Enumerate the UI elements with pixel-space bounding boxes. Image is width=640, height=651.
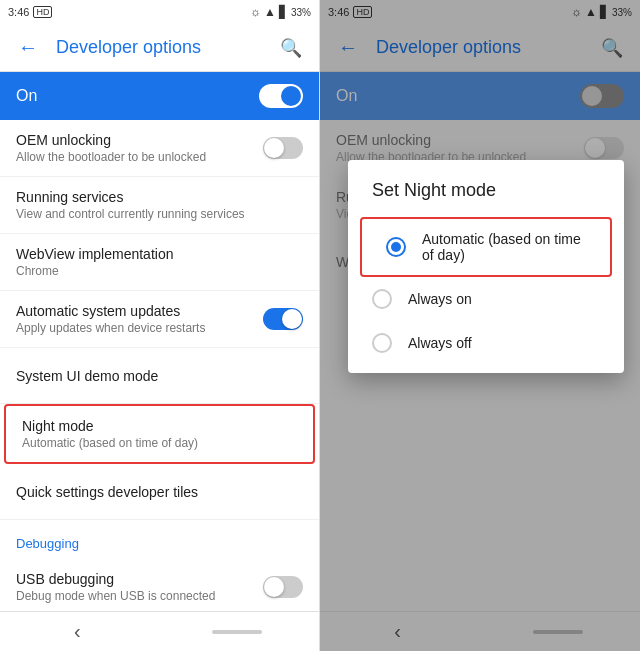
brightness-icon: ☼ xyxy=(250,5,261,19)
left-system-ui-title: System UI demo mode xyxy=(16,368,303,384)
left-home-indicator[interactable] xyxy=(212,630,262,634)
left-item-night-mode[interactable]: Night mode Automatic (based on time of d… xyxy=(4,404,315,464)
left-item-webview[interactable]: WebView implementation Chrome xyxy=(0,234,319,291)
left-night-mode-title: Night mode xyxy=(22,418,297,434)
left-nav-back-icon: ‹ xyxy=(74,620,81,643)
signal-icon: ▋ xyxy=(279,5,288,19)
dialog-option-always-off[interactable]: Always off xyxy=(348,321,624,365)
left-running-title: Running services xyxy=(16,189,303,205)
left-oem-toggle[interactable] xyxy=(263,137,303,159)
dialog-option-always-on[interactable]: Always on xyxy=(348,277,624,321)
left-nav-back-button[interactable]: ‹ xyxy=(57,617,97,647)
left-back-arrow-icon: ← xyxy=(18,36,38,59)
left-item-usb-debugging[interactable]: USB debugging Debug mode when USB is con… xyxy=(0,559,319,611)
dialog-title: Set Night mode xyxy=(348,180,624,217)
left-webview-title: WebView implementation xyxy=(16,246,303,262)
left-usb-debug-toggle[interactable] xyxy=(263,576,303,598)
dialog-option-always-off-label: Always off xyxy=(408,335,472,351)
left-item-system-ui[interactable]: System UI demo mode xyxy=(0,348,319,404)
left-oem-subtitle: Allow the bootloader to be unlocked xyxy=(16,150,263,164)
left-item-oem-unlocking[interactable]: OEM unlocking Allow the bootloader to be… xyxy=(0,120,319,177)
wifi-icon: ▲ xyxy=(264,5,276,19)
left-quick-settings-title: Quick settings developer tiles xyxy=(16,484,303,500)
left-back-button[interactable]: ← xyxy=(8,28,48,68)
left-status-bar: 3:46 HD ☼ ▲ ▋ 33% xyxy=(0,0,319,24)
dialog-option-always-on-label: Always on xyxy=(408,291,472,307)
left-on-row: On xyxy=(0,72,319,120)
left-auto-updates-toggle[interactable] xyxy=(263,308,303,330)
left-auto-updates-title: Automatic system updates xyxy=(16,303,263,319)
left-running-subtitle: View and control currently running servi… xyxy=(16,207,303,221)
left-oem-title: OEM unlocking xyxy=(16,132,263,148)
dialog-radio-always-off[interactable] xyxy=(372,333,392,353)
left-usb-debug-subtitle: Debug mode when USB is connected xyxy=(16,589,263,603)
left-search-button[interactable]: 🔍 xyxy=(271,28,311,68)
dialog-radio-automatic[interactable] xyxy=(386,237,406,257)
left-phone-panel: 3:46 HD ☼ ▲ ▋ 33% ← Developer options 🔍 … xyxy=(0,0,320,651)
left-search-icon: 🔍 xyxy=(280,37,302,59)
dialog-option-automatic[interactable]: Automatic (based on time of day) xyxy=(360,217,612,277)
right-phone-panel: 3:46 HD ☼ ▲ ▋ 33% ← Developer options 🔍 … xyxy=(320,0,640,651)
left-item-quick-settings[interactable]: Quick settings developer tiles xyxy=(0,464,319,520)
left-item-auto-updates[interactable]: Automatic system updates Apply updates w… xyxy=(0,291,319,348)
left-item-running-services[interactable]: Running services View and control curren… xyxy=(0,177,319,234)
left-bottom-nav: ‹ xyxy=(0,611,319,651)
left-section-debugging: Debugging xyxy=(0,520,319,559)
set-night-mode-dialog: Set Night mode Automatic (based on time … xyxy=(348,160,624,373)
left-webview-subtitle: Chrome xyxy=(16,264,303,278)
left-time: 3:46 xyxy=(8,6,29,18)
left-settings-list: OEM unlocking Allow the bootloader to be… xyxy=(0,120,319,611)
left-on-label: On xyxy=(16,87,37,105)
left-on-toggle[interactable] xyxy=(259,84,303,108)
left-usb-debug-title: USB debugging xyxy=(16,571,263,587)
left-app-bar: ← Developer options 🔍 xyxy=(0,24,319,72)
left-status-bar-left: 3:46 HD xyxy=(8,6,52,18)
left-hd-badge: HD xyxy=(33,6,52,18)
left-night-mode-subtitle: Automatic (based on time of day) xyxy=(22,436,297,450)
left-battery: 33% xyxy=(291,7,311,18)
left-auto-updates-subtitle: Apply updates when device restarts xyxy=(16,321,263,335)
dialog-radio-always-on[interactable] xyxy=(372,289,392,309)
left-app-bar-title: Developer options xyxy=(56,37,263,58)
dialog-option-automatic-label: Automatic (based on time of day) xyxy=(422,231,586,263)
left-status-bar-right: ☼ ▲ ▋ 33% xyxy=(250,5,311,19)
